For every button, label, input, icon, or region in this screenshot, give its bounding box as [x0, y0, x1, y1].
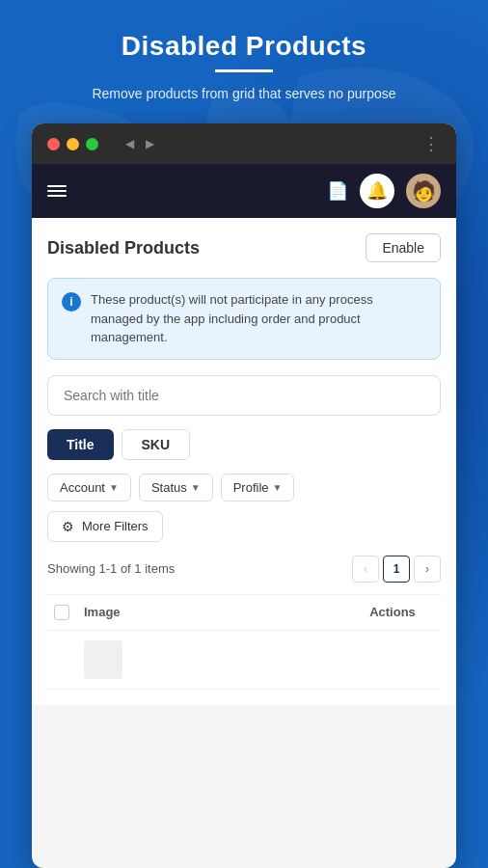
- table-row: [47, 631, 441, 690]
- more-filters-row: ⚙ More Filters: [47, 511, 441, 542]
- page-1-button[interactable]: 1: [383, 556, 410, 583]
- page-subtitle: Remove products from grid that serves no…: [92, 84, 395, 104]
- table-header: Image Actions: [47, 594, 441, 631]
- page-1-label: 1: [393, 562, 400, 576]
- document-icon[interactable]: 📄: [327, 180, 348, 202]
- avatar-image: 🧑: [412, 179, 436, 203]
- traffic-lights: [47, 138, 98, 150]
- three-dots-icon: ⋮: [422, 133, 441, 154]
- info-message-text: These product(s) will not participate in…: [91, 290, 426, 347]
- enable-button[interactable]: Enable: [366, 233, 441, 262]
- browser-chrome: ◀ ▶ ⋮: [32, 123, 456, 164]
- page-nav: ‹ 1 ›: [352, 556, 441, 583]
- toggle-title-label: Title: [67, 437, 95, 452]
- info-icon: i: [62, 292, 81, 312]
- prev-page-button[interactable]: ‹: [352, 556, 379, 583]
- toggle-sku-button[interactable]: SKU: [122, 429, 191, 460]
- nav-arrows: ◀ ▶: [122, 135, 158, 152]
- search-input[interactable]: [47, 375, 441, 416]
- forward-arrow-icon[interactable]: ▶: [142, 135, 158, 152]
- user-avatar[interactable]: 🧑: [406, 174, 441, 208]
- toggle-row: Title SKU: [47, 429, 441, 460]
- traffic-light-red[interactable]: [47, 138, 60, 150]
- top-section: Disabled Products Remove products from g…: [68, 0, 419, 123]
- status-filter-dropdown[interactable]: Status ▼: [139, 474, 213, 502]
- traffic-light-green[interactable]: [86, 138, 98, 150]
- hamburger-line-3: [47, 195, 67, 197]
- toggle-title-button[interactable]: Title: [47, 429, 114, 460]
- showing-text: Showing 1-1 of 1 items: [47, 561, 175, 576]
- header-right: 📄 🔔 🧑: [327, 174, 441, 208]
- hamburger-line-2: [47, 190, 67, 192]
- app-header: 📄 🔔 🧑: [32, 164, 456, 218]
- account-dropdown-arrow-icon: ▼: [109, 482, 119, 493]
- page-header-row: Disabled Products Enable: [47, 233, 441, 262]
- pagination-row: Showing 1-1 of 1 items ‹ 1 ›: [47, 556, 441, 583]
- bell-icon: 🔔: [366, 180, 388, 202]
- account-filter-label: Account: [60, 480, 105, 495]
- table-header-checkbox-cell: [47, 605, 76, 620]
- content-wrapper: Disabled Products Remove products from g…: [0, 0, 488, 868]
- hamburger-line-1: [47, 185, 67, 187]
- status-dropdown-arrow-icon: ▼: [191, 482, 201, 493]
- product-image-thumbnail: [84, 640, 122, 679]
- page-main-title: Disabled Products: [92, 31, 395, 62]
- filter-row: Account ▼ Status ▼ Profile ▼: [47, 474, 441, 502]
- title-underline: [215, 69, 273, 72]
- select-all-checkbox[interactable]: [54, 605, 69, 620]
- profile-filter-label: Profile: [233, 480, 269, 495]
- hamburger-menu-button[interactable]: [47, 185, 67, 197]
- account-filter-dropdown[interactable]: Account ▼: [47, 474, 131, 502]
- more-filters-label: More Filters: [82, 519, 149, 533]
- more-filters-button[interactable]: ⚙ More Filters: [47, 511, 163, 542]
- next-page-button[interactable]: ›: [414, 556, 441, 583]
- profile-filter-dropdown[interactable]: Profile ▼: [221, 474, 295, 502]
- profile-dropdown-arrow-icon: ▼: [273, 482, 283, 493]
- status-filter-label: Status: [151, 480, 187, 495]
- notification-bell-button[interactable]: 🔔: [360, 174, 394, 208]
- toggle-sku-label: SKU: [142, 437, 171, 452]
- traffic-light-yellow[interactable]: [67, 138, 79, 150]
- back-arrow-icon[interactable]: ◀: [122, 135, 138, 152]
- actions-column-header: Actions: [344, 605, 441, 619]
- browser-window: ◀ ▶ ⋮ 📄 🔔 🧑: [32, 123, 456, 868]
- image-column-header: Image: [76, 605, 344, 619]
- filter-sliders-icon: ⚙: [62, 519, 74, 534]
- browser-menu-icon[interactable]: ⋮: [422, 133, 441, 154]
- main-content: Disabled Products Enable i These product…: [32, 218, 456, 705]
- content-page-title: Disabled Products: [47, 238, 200, 258]
- info-box: i These product(s) will not participate …: [47, 278, 441, 360]
